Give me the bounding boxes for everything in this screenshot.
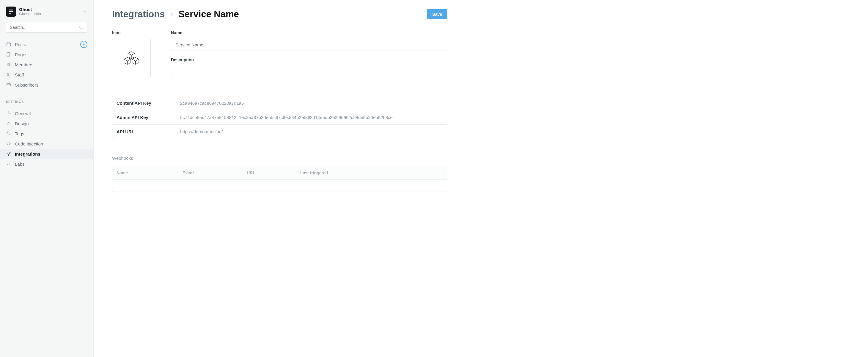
sidebar-item-label: Code injection: [15, 141, 43, 146]
sidebar-item-subscribers[interactable]: Subscribers: [0, 80, 93, 90]
breadcrumb: Integrations Service Name: [112, 9, 239, 20]
webhooks-table: Name Event URL Last triggered: [112, 166, 447, 192]
nav-settings-heading: SETTINGS: [0, 93, 93, 106]
api-key-value: https://demo.ghost.io/: [180, 129, 223, 134]
save-button[interactable]: Save: [427, 9, 447, 19]
webhooks-col-url: URL: [247, 171, 300, 175]
svg-point-18: [7, 132, 8, 133]
site-subtitle: Ghost admin: [19, 12, 80, 17]
search-icon: [79, 25, 84, 30]
api-keys-card: Content API Key 2ca946a7cace69470220a7d1…: [112, 96, 447, 139]
sidebar-item-general[interactable]: General: [0, 108, 93, 118]
svg-point-14: [9, 63, 10, 65]
api-row-content-key[interactable]: Content API Key 2ca946a7cace69470220a7d1…: [112, 96, 447, 110]
sidebar-item-integrations[interactable]: Integrations: [0, 149, 93, 159]
sidebar: Ghost Ghost admin Posts: [0, 0, 94, 357]
right-gutter: [499, 0, 868, 357]
api-key-value: 2ca946a7cace69470220a7d1a5: [180, 100, 244, 106]
sidebar-item-label: General: [15, 111, 31, 116]
sidebar-item-label: Design: [15, 121, 29, 126]
gear-icon: [6, 111, 11, 116]
breadcrumb-current: Service Name: [178, 9, 239, 20]
integrations-icon: [6, 151, 11, 156]
svg-rect-5: [7, 43, 11, 46]
search-input-wrapper[interactable]: [6, 22, 87, 33]
sidebar-item-code-injection[interactable]: Code injection: [0, 139, 93, 149]
labs-icon: [6, 161, 11, 167]
brush-icon: [6, 121, 11, 126]
api-row-admin-key[interactable]: Admin API Key 5c74dc59ac47a47e9158812f:1…: [112, 110, 447, 125]
webhooks-col-name: Name: [117, 171, 183, 175]
boxes-icon: [122, 49, 141, 67]
api-key-label: Admin API Key: [117, 115, 180, 120]
svg-rect-12: [7, 53, 9, 57]
svg-point-15: [7, 73, 9, 75]
tag-icon: [6, 131, 11, 136]
sidebar-item-label: Tags: [15, 131, 24, 136]
svg-rect-2: [9, 13, 11, 14]
webhooks-col-event: Event: [183, 171, 247, 175]
main-content: Integrations Service Name Save Icon: [94, 0, 499, 357]
webhooks-header-row: Name Event URL Last triggered: [112, 166, 447, 180]
chevron-down-icon: [83, 9, 87, 14]
staff-icon: [6, 72, 11, 77]
sidebar-item-label: Integrations: [15, 151, 40, 156]
add-post-button[interactable]: [80, 41, 87, 48]
svg-point-21: [8, 154, 9, 156]
sidebar-item-label: Staff: [15, 72, 24, 77]
sidebar-item-members[interactable]: Members: [0, 59, 93, 70]
site-title: Ghost: [19, 7, 80, 12]
nav-settings: General Design Tags Code injection Integ…: [0, 106, 93, 172]
svg-point-13: [7, 63, 9, 65]
svg-rect-0: [9, 9, 13, 10]
description-label: Description: [171, 57, 447, 62]
description-input[interactable]: [171, 66, 447, 78]
sidebar-item-tags[interactable]: Tags: [0, 128, 93, 139]
api-key-label: API URL: [117, 129, 180, 134]
site-logo: [6, 6, 16, 17]
documents-icon: [6, 52, 11, 57]
icon-label: Icon: [112, 30, 161, 35]
name-input[interactable]: [171, 39, 447, 51]
plus-icon: [82, 42, 86, 46]
sidebar-item-label: Posts: [15, 42, 26, 47]
name-label: Name: [171, 30, 447, 35]
svg-point-17: [8, 113, 9, 114]
sidebar-item-pages[interactable]: Pages: [0, 49, 93, 59]
webhooks-title: Webhooks: [112, 156, 447, 161]
svg-point-3: [80, 26, 82, 29]
svg-point-19: [7, 152, 8, 153]
webhooks-empty-body: [112, 180, 447, 191]
mail-icon: [6, 82, 11, 87]
search-input[interactable]: [10, 25, 79, 30]
ghost-logo-icon: [8, 9, 14, 14]
svg-line-4: [82, 28, 83, 29]
api-key-value: 5c74dc59ac47a47e9158812f:1ec2ea37b2deb5c…: [180, 115, 393, 120]
sidebar-item-label: Subscribers: [15, 82, 38, 87]
nav-main: Posts Pages Members Staff: [0, 37, 93, 93]
sidebar-item-staff[interactable]: Staff: [0, 70, 93, 80]
breadcrumb-root[interactable]: Integrations: [112, 9, 165, 20]
svg-marker-22: [128, 52, 135, 55]
sidebar-item-posts[interactable]: Posts: [0, 39, 80, 49]
api-key-label: Content API Key: [117, 100, 180, 106]
sidebar-item-label: Labs: [15, 161, 25, 167]
calendar-icon: [6, 42, 11, 47]
site-switcher[interactable]: Ghost Ghost admin: [0, 6, 93, 22]
svg-rect-1: [9, 11, 13, 12]
members-icon: [6, 62, 11, 67]
sidebar-item-label: Members: [15, 62, 34, 67]
api-row-api-url[interactable]: API URL https://demo.ghost.io/: [112, 125, 447, 139]
code-icon: [6, 141, 11, 146]
integration-icon-uploader[interactable]: [112, 39, 151, 77]
svg-point-20: [9, 152, 10, 153]
chevron-right-icon: [169, 11, 174, 17]
webhooks-col-last-triggered: Last triggered: [300, 171, 443, 175]
sidebar-item-label: Pages: [15, 52, 28, 57]
sidebar-item-design[interactable]: Design: [0, 118, 93, 128]
site-meta: Ghost Ghost admin: [19, 7, 80, 17]
sidebar-item-labs[interactable]: Labs: [0, 159, 93, 169]
